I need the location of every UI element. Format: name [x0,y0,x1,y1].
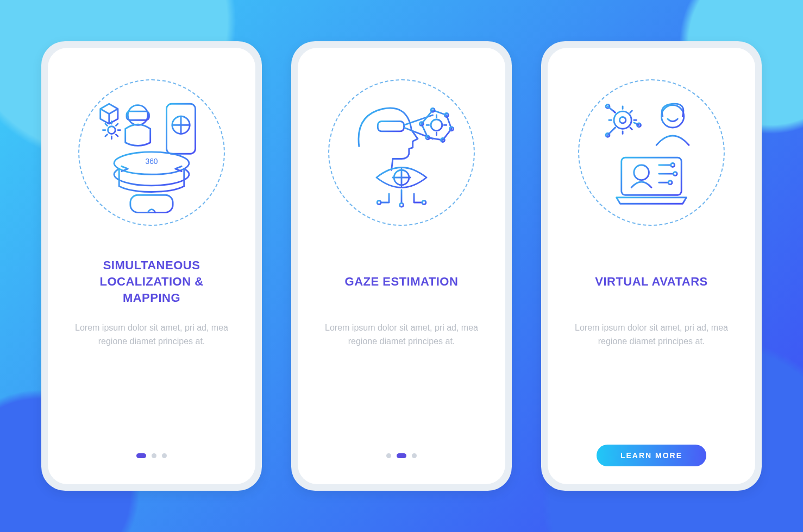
slide-body: Lorem ipsum dolor sit amet, pri ad, mea … [570,321,733,349]
onboarding-screen-slam[interactable]: 360 SIMULTANEOUS LOCALIZATION & MAPPING … [48,48,255,484]
onboarding-screen-gaze[interactable]: GAZE ESTIMATION Lorem ipsum dolor sit am… [298,48,505,484]
illustration-avatars [578,79,725,226]
phone-frame-slam: 360 SIMULTANEOUS LOCALIZATION & MAPPING … [41,41,262,491]
dot-1[interactable] [386,453,391,458]
footer [136,443,167,468]
slide-title: GAZE ESTIMATION [345,257,459,306]
dot-3[interactable] [412,453,417,458]
footer [386,443,417,468]
illustration-slam: 360 [78,79,225,226]
phone-frame-avatars: VIRTUAL AVATARS Lorem ipsum dolor sit am… [541,41,762,491]
phone-row: 360 SIMULTANEOUS LOCALIZATION & MAPPING … [41,41,762,491]
dot-2[interactable] [152,453,156,458]
slide-title: VIRTUAL AVATARS [595,257,708,306]
slide-body: Lorem ipsum dolor sit amet, pri ad, mea … [320,321,483,349]
dot-3[interactable] [162,453,167,458]
phone-frame-gaze: GAZE ESTIMATION Lorem ipsum dolor sit am… [291,41,512,491]
pagination-dots[interactable] [136,453,167,458]
dot-2[interactable] [397,453,406,458]
illustration-gaze [328,79,475,226]
pagination-dots[interactable] [386,453,417,458]
footer: LEARN MORE [597,443,706,468]
slide-title: SIMULTANEOUS LOCALIZATION & MAPPING [99,257,203,306]
dot-1[interactable] [136,453,146,458]
learn-more-button[interactable]: LEARN MORE [597,445,706,466]
slide-body: Lorem ipsum dolor sit amet, pri ad, mea … [70,321,233,349]
onboarding-screen-avatars[interactable]: VIRTUAL AVATARS Lorem ipsum dolor sit am… [548,48,755,484]
